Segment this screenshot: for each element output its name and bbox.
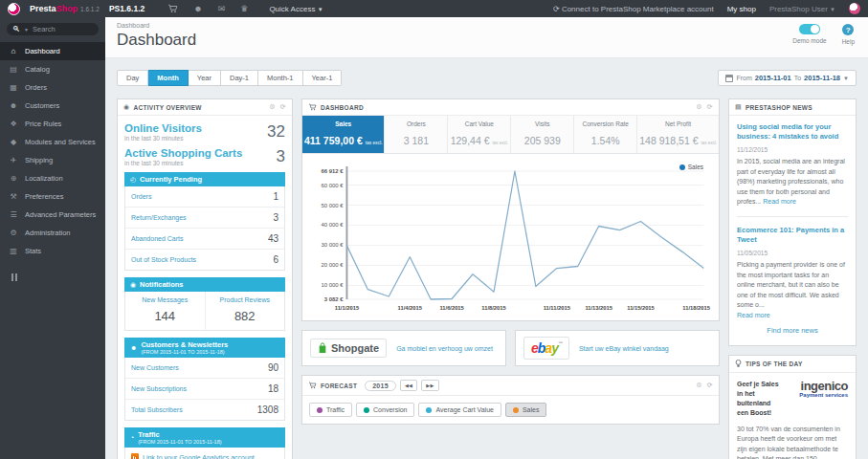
sidebar-item-icon: ⌂ [9, 47, 18, 55]
gear-icon[interactable]: ⚙ [269, 103, 276, 111]
news-article-title[interactable]: Using social media for your business: 4 … [737, 122, 848, 142]
shopping-bag-icon [318, 342, 327, 354]
sidebar-item-localization[interactable]: ⊕Localization [0, 169, 105, 187]
kpi-tab-net-profit[interactable]: Net Profit148 918,51 € tax excl. [637, 116, 719, 153]
range-button-day-1[interactable]: Day-1 [221, 70, 258, 86]
search-input[interactable] [33, 25, 92, 33]
refresh-icon[interactable]: ⟳ [707, 382, 713, 389]
sidebar-item-customers[interactable]: ☻Customers [0, 97, 105, 115]
sidebar-item-modules-and-services[interactable]: ◆Modules and Services [0, 133, 105, 151]
search-scope-caret-icon[interactable]: ▼ [24, 27, 29, 33]
pending-row-abandoned-carts[interactable]: Abandoned Carts43 [125, 229, 284, 250]
news-article-excerpt: Picking a payment provider is one of the… [737, 260, 848, 320]
product-reviews-stat[interactable]: Product Reviews 882 [205, 292, 285, 330]
sidebar-item-icon: ◆ [9, 138, 18, 146]
chart-legend[interactable]: Sales [679, 164, 703, 170]
pending-row-returns[interactable]: Return/Exchanges3 [125, 208, 284, 229]
pending-row-out-of-stock[interactable]: Out of Stock Products6 [125, 250, 284, 270]
sidebar-item-shipping[interactable]: ✈Shipping [0, 151, 105, 169]
news-article: Ecommerce 101: Payments in a Tweet 11/05… [737, 226, 848, 320]
total-subscribers-row[interactable]: Total Subscribers1308 [125, 400, 284, 420]
menu-collapse-button[interactable] [11, 273, 105, 281]
kpi-tab-sales[interactable]: Sales411 759,00 € tax excl. [302, 116, 385, 153]
svg-text:20 000 €: 20 000 € [321, 261, 344, 268]
sidebar-item-preferences[interactable]: ⚒Preferences [0, 187, 105, 206]
quick-access-menu[interactable]: Quick Access ▼ [269, 5, 323, 13]
my-shop-link[interactable]: My shop [727, 5, 756, 13]
metric-dot-icon [364, 407, 369, 413]
kpi-tab-conversion-rate[interactable]: Conversion Rate1.54% [574, 116, 637, 153]
sidebar-item-stats[interactable]: ▥Stats [0, 242, 105, 260]
marketplace-link[interactable]: ⟳ Connect to PrestaShop Marketplace acco… [553, 5, 714, 13]
customer-icon[interactable]: ☻ [193, 4, 202, 13]
help-label: Help [842, 38, 855, 45]
find-more-news-link[interactable]: Find more news [737, 320, 848, 339]
forecast-year: 2015 [365, 381, 396, 391]
activity-overview-panel: ◉ ACTIVITY OVERVIEW ⚙⟳ Online Visitors i… [117, 98, 293, 459]
forecast-toggle-conversion[interactable]: Conversion [356, 403, 414, 417]
sidebar-item-administration[interactable]: ⚙Administration [0, 224, 105, 242]
read-more-link[interactable]: Read more [763, 198, 796, 205]
kpi-tab-visits[interactable]: Visits205 939 [511, 116, 574, 153]
gear-icon[interactable]: ⚙ [696, 103, 702, 111]
svg-text:11/18/2015: 11/18/2015 [682, 305, 710, 311]
range-button-month-1[interactable]: Month-1 [258, 70, 303, 86]
user-menu[interactable]: PrestaShop User ▼ [769, 5, 835, 13]
sales-chart-area: Sales 3 082 €10 000 €20 000 €30 000 €40 … [302, 154, 719, 320]
refresh-icon[interactable]: ⟳ [280, 103, 286, 111]
google-analytics-link[interactable]: Link to your Google Analytics account [125, 448, 284, 459]
shopgate-ad: Shopgate Ga mobiel en verhoog uw omzet [301, 330, 506, 366]
sidebar-item-dashboard[interactable]: ⌂Dashboard [0, 42, 105, 60]
help-icon[interactable]: ? [842, 24, 854, 35]
notifications-columns: New Messages 144 Product Reviews 882 [125, 292, 284, 330]
sidebar-item-price-rules[interactable]: ❖Price Rules [0, 115, 105, 133]
pending-row-orders[interactable]: Orders1 [125, 186, 284, 208]
demo-mode-toggle[interactable] [799, 24, 820, 34]
forecast-prev-button[interactable]: ◀◀ [400, 380, 417, 391]
cart-icon [308, 382, 317, 389]
forecast-toggle-average-cart-value[interactable]: Average Cart Value [418, 403, 501, 417]
mail-icon[interactable]: ✉ [218, 4, 226, 13]
sidebar-item-catalog[interactable]: ▤Catalog [0, 60, 105, 78]
news-article-title[interactable]: Ecommerce 101: Payments in a Tweet [737, 226, 848, 245]
sidebar-item-label: Localization [25, 174, 63, 183]
gear-icon[interactable]: ⚙ [696, 382, 702, 389]
cart-icon[interactable] [167, 4, 178, 13]
new-messages-stat[interactable]: New Messages 144 [125, 292, 205, 330]
kpi-label: Sales [304, 120, 382, 127]
read-more-link[interactable]: Read more [737, 312, 770, 318]
range-button-day[interactable]: Day [117, 70, 148, 86]
ingenico-logo: ingenico Payment services [787, 380, 848, 399]
kpi-tab-orders[interactable]: Orders3 181 [385, 116, 448, 153]
forecast-panel: FORECAST 2015 ◀◀ ▶▶ ⚙⟳ TrafficConversion… [301, 375, 720, 425]
range-button-month[interactable]: Month [148, 70, 189, 86]
kpi-label: Cart Value [450, 120, 508, 127]
award-icon[interactable]: ♛ [240, 4, 248, 13]
sidebar-item-orders[interactable]: ▦Orders [0, 78, 105, 97]
svg-text:11/11/2015: 11/11/2015 [544, 305, 571, 311]
brand-shop: Shop [56, 4, 78, 13]
sidebar-item-advanced-parameters[interactable]: ☰Advanced Parameters [0, 206, 105, 224]
ebay-link[interactable]: Start uw eBay winkel vandaag [579, 345, 669, 352]
search-icon: 🔍︎ [12, 25, 20, 33]
content-area: DayMonthYearDay-1Month-1Year-1 From 2015… [105, 58, 868, 459]
range-button-year-1[interactable]: Year-1 [303, 70, 343, 86]
shopgate-link[interactable]: Ga mobiel en verhoog uw omzet [396, 345, 493, 352]
new-subscriptions-row[interactable]: New Subscriptions18 [125, 379, 284, 400]
sidebar-item-icon: ▦ [9, 83, 18, 92]
range-button-year[interactable]: Year [189, 70, 221, 86]
new-customers-row[interactable]: New Customers90 [125, 358, 284, 379]
kpi-tab-cart-value[interactable]: Cart Value129,44 € tax excl. [448, 116, 511, 153]
sidebar: 🔍︎ ▼ ⌂Dashboard▤Catalog▦Orders☻Customers… [0, 17, 105, 459]
forecast-toggle-sales[interactable]: Sales [505, 403, 547, 417]
forecast-next-button[interactable]: ▶▶ [421, 380, 438, 391]
sidebar-item-icon: ▤ [9, 65, 18, 74]
clock-icon: ◴ [130, 176, 136, 184]
forecast-metric-toggles: TrafficConversionAverage Cart ValueSales [309, 403, 712, 417]
refresh-icon[interactable]: ⟳ [707, 103, 713, 111]
date-range-picker[interactable]: From 2015-11-01 To 2015-11-18 ▼ [718, 70, 857, 86]
user-avatar[interactable] [849, 3, 860, 14]
svg-text:3 082 €: 3 082 € [324, 295, 344, 302]
forecast-toggle-traffic[interactable]: Traffic [309, 403, 352, 417]
newspaper-icon: ▤ [735, 103, 742, 111]
